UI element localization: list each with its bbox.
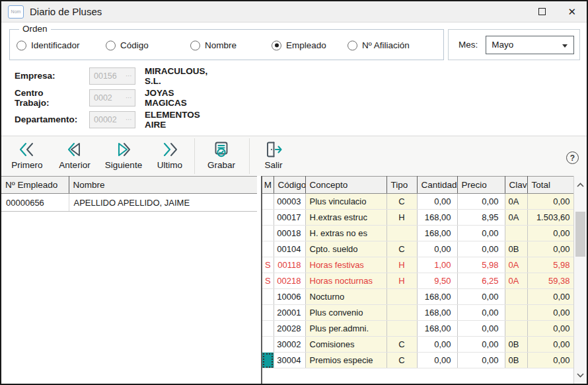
grid-cell-codigo[interactable]: 30002 <box>274 337 305 353</box>
grid-cell-cantidad[interactable]: 1,00 <box>417 257 457 273</box>
grid-cell-precio[interactable]: 0,00 <box>457 305 505 321</box>
grid-cell-m[interactable] <box>262 210 274 226</box>
radio-icon[interactable] <box>348 40 357 50</box>
grid-cell-concepto[interactable]: Premios especie <box>305 353 386 368</box>
save-button[interactable]: Grabar <box>200 140 243 174</box>
grid-cell-cantidad[interactable]: 0,00 <box>417 194 457 210</box>
first-button[interactable]: Primero <box>5 140 49 174</box>
radio-option-empleado[interactable]: Empleado <box>272 40 326 50</box>
grid-cell-m[interactable] <box>262 305 274 321</box>
grid-cell-tipo[interactable] <box>386 226 417 241</box>
grid-cell-tipo[interactable] <box>386 305 417 321</box>
grid-row[interactable]: S00118Horas festivasH1,005,980A5,98 <box>262 257 575 273</box>
grid-cell-m[interactable] <box>262 194 274 210</box>
grid-column-header[interactable]: Clave <box>505 177 527 194</box>
grid-cell-tipo[interactable]: H <box>386 210 417 226</box>
maximize-icon[interactable] <box>538 8 546 15</box>
employee-row[interactable]: 00000656APELLIDO APELLIDO, JAIME <box>1 194 257 212</box>
grid-cell-clave[interactable]: 0A <box>505 257 527 273</box>
grid-cell-codigo[interactable]: 00017 <box>274 210 305 226</box>
grid-cell-tipo[interactable]: C <box>386 337 417 353</box>
grid-cell-precio[interactable]: 8,95 <box>457 210 505 226</box>
grid-cell-clave[interactable] <box>505 226 527 241</box>
grid-cell-precio[interactable]: 0,00 <box>457 353 505 368</box>
grid-cell-codigo[interactable]: 00118 <box>274 257 305 273</box>
radio-option-c-digo[interactable]: Código <box>106 40 149 50</box>
mes-dropdown[interactable]: Mayo <box>486 36 574 54</box>
grid-cell-clave[interactable] <box>505 321 527 337</box>
grid-column-header[interactable]: M <box>262 177 274 194</box>
grid-cell-codigo[interactable]: 20028 <box>274 321 305 337</box>
grid-column-header[interactable]: Total <box>527 177 575 194</box>
employee-column-header[interactable]: Nombre <box>69 177 257 194</box>
grid-cell-concepto[interactable]: Horas nocturnas <box>305 273 386 289</box>
grid-cell-total[interactable]: 59,38 <box>527 273 575 289</box>
grid-cell-clave[interactable]: 0A <box>505 273 527 289</box>
grid-row[interactable]: 20028Plus per.admni.168,000,000,00 <box>262 321 575 337</box>
grid-cell-codigo[interactable]: 00003 <box>274 194 305 210</box>
grid-cell-precio[interactable]: 0,00 <box>457 321 505 337</box>
grid-cell-m[interactable] <box>262 337 274 353</box>
previous-button[interactable]: Anterior <box>52 140 97 174</box>
grid-row[interactable]: 10006Nocturno168,000,000,00 <box>262 289 575 305</box>
grid-cell-cantidad[interactable]: 9,50 <box>417 273 457 289</box>
scroll-up-icon[interactable] <box>574 177 587 192</box>
grid-cell-tipo[interactable]: C <box>386 194 417 210</box>
grid-row[interactable]: 00018H. extras no es168,000,000,00 <box>262 226 575 241</box>
grid-cell-tipo[interactable] <box>386 321 417 337</box>
grid-cell-m[interactable]: S <box>262 273 274 289</box>
grid-cell-cantidad[interactable]: 168,00 <box>417 321 457 337</box>
grid-cell-cantidad[interactable]: 168,00 <box>417 305 457 321</box>
grid-cell-cantidad[interactable]: 0,00 <box>417 353 457 368</box>
grid-cell-total[interactable]: 0,00 <box>527 289 575 305</box>
grid-cell-concepto[interactable]: Plus convenio <box>305 305 386 321</box>
employee-cell[interactable]: 00000656 <box>1 194 69 212</box>
grid-cell-total[interactable]: 0,00 <box>527 226 575 241</box>
radio-option-identificador[interactable]: Identificador <box>17 40 80 50</box>
grid-cell-precio[interactable]: 0,00 <box>457 337 505 353</box>
grid-cell-total[interactable]: 0,00 <box>527 241 575 257</box>
grid-cell-clave[interactable]: 0B <box>505 353 527 368</box>
scrollbar-thumb[interactable] <box>575 212 585 257</box>
exit-button[interactable]: Salir <box>256 140 291 174</box>
grid-cell-total[interactable]: 1.503,60 <box>527 210 575 226</box>
grid-cell-precio[interactable]: 0,00 <box>457 289 505 305</box>
grid-cell-clave[interactable]: 0B <box>505 337 527 353</box>
grid-cell-precio[interactable]: 5,98 <box>457 257 505 273</box>
grid-cell-concepto[interactable]: H.extras estruc <box>305 210 386 226</box>
radio-icon[interactable] <box>17 40 26 50</box>
vertical-scrollbar[interactable] <box>573 176 587 384</box>
grid-cell-m[interactable]: S <box>262 257 274 273</box>
grid-cell-concepto[interactable]: H. extras no es <box>305 226 386 241</box>
grid-column-header[interactable]: Concepto <box>305 177 386 194</box>
grid-cell-concepto[interactable]: Horas festivas <box>305 257 386 273</box>
grid-cell-m[interactable] <box>262 289 274 305</box>
grid-cell-codigo[interactable]: 00104 <box>274 241 305 257</box>
grid-cell-cantidad[interactable]: 0,00 <box>417 241 457 257</box>
grid-column-header[interactable]: Código <box>274 177 305 194</box>
grid-cell-m[interactable] <box>262 353 274 368</box>
grid-cell-codigo[interactable]: 00018 <box>274 226 305 241</box>
grid-cell-cantidad[interactable]: 168,00 <box>417 289 457 305</box>
grid-row[interactable]: 00104Cpto. sueldoC0,000,000B0,00 <box>262 241 575 257</box>
grid-row[interactable]: 20001Plus convenio168,000,000,00 <box>262 305 575 321</box>
grid-cell-m[interactable] <box>262 226 274 241</box>
grid-cell-precio[interactable]: 0,00 <box>457 241 505 257</box>
grid-cell-tipo[interactable]: C <box>386 241 417 257</box>
radio-icon[interactable] <box>272 40 281 50</box>
grid-column-header[interactable]: Tipo <box>386 177 417 194</box>
grid-cell-m[interactable] <box>262 321 274 337</box>
grid-cell-total[interactable]: 0,00 <box>527 337 575 353</box>
grid-cell-precio[interactable]: 0,00 <box>457 194 505 210</box>
grid-cell-total[interactable]: 0,00 <box>527 305 575 321</box>
grid-column-header[interactable]: Cantidad <box>417 177 457 194</box>
grid-cell-clave[interactable]: 0B <box>505 241 527 257</box>
grid-cell-tipo[interactable]: H <box>386 257 417 273</box>
grid-cell-codigo[interactable]: 20001 <box>274 305 305 321</box>
grid-cell-cantidad[interactable]: 168,00 <box>417 210 457 226</box>
grid-cell-cantidad[interactable]: 0,00 <box>417 337 457 353</box>
grid-cell-clave[interactable]: 0A <box>505 194 527 210</box>
grid-row[interactable]: S00218Horas nocturnasH9,506,250A59,38 <box>262 273 575 289</box>
grid-cell-clave[interactable]: 0A <box>505 210 527 226</box>
radio-icon[interactable] <box>190 40 200 50</box>
